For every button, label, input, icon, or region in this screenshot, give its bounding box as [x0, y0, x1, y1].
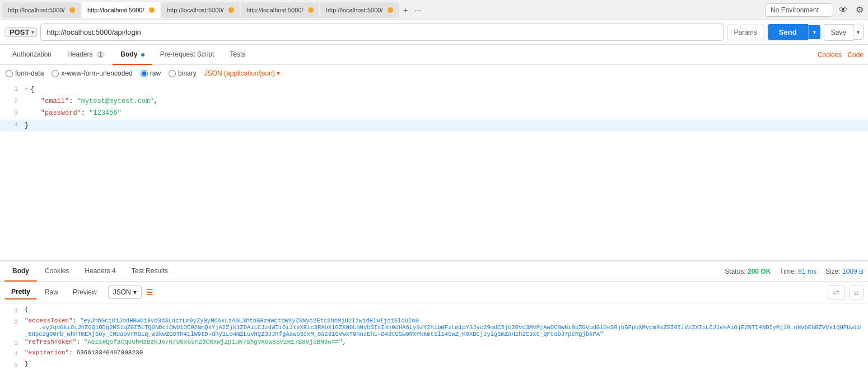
search-button[interactable]: ⌕: [849, 285, 864, 299]
resp-brace-open: {: [25, 306, 29, 313]
tab-label-4: http://localhost:5000/: [246, 7, 305, 13]
more-tabs-button[interactable]: ···: [411, 3, 424, 17]
resp-line-3: 3 "refreshToken": "AG1sRQofaCqoUhMzBzKJ6…: [0, 338, 868, 349]
code-line-3: 3 "password": "123456": [0, 107, 868, 119]
tab-dot-5: [388, 7, 393, 13]
resp-line-num-3: 3: [4, 339, 18, 349]
save-button[interactable]: Save: [824, 24, 853, 41]
tab-headers-label: Headers: [67, 50, 92, 58]
body-dot-indicator: [141, 53, 144, 57]
radio-urlencoded[interactable]: x-www-form-urlencoded: [52, 69, 132, 77]
save-dropdown-button[interactable]: ▾: [853, 25, 864, 40]
line-num-3: 3: [4, 108, 18, 118]
browser-tab-5[interactable]: http://localhost:5000/: [320, 2, 399, 18]
environment-select[interactable]: No Environment: [766, 3, 833, 17]
send-button[interactable]: Send: [768, 24, 808, 40]
resp-line-num-1: 1: [4, 306, 18, 316]
url-bar: POST ▾ Params Send ▾ Save ▾: [0, 20, 868, 45]
resp-line-num-5: 5: [4, 360, 18, 371]
params-button[interactable]: Params: [727, 25, 764, 40]
response-body: 1 { 2 "accessToken": "eyJhbGciOiJodHRwOi…: [0, 303, 868, 373]
browser-tab-2[interactable]: http://localhost:5000/: [82, 2, 160, 18]
radio-form-data-label: form-data: [15, 69, 44, 77]
browser-tab-1[interactable]: http://localhost:5000/: [2, 2, 81, 18]
refresh-token-value: "AG1sRQofaCqoUhMzBzKJ67R/U8x65rZdCRXWjZp…: [84, 339, 343, 345]
expiration-key: "expiration": [25, 349, 69, 356]
resp-tab-cookies-label: Cookies: [45, 267, 69, 275]
radio-form-data[interactable]: form-data: [6, 69, 44, 77]
line-num-4: 4: [4, 120, 18, 130]
tab-dot-2: [149, 7, 155, 13]
wrap-button[interactable]: ⇌: [828, 285, 844, 299]
cookies-link[interactable]: Cookies: [818, 51, 842, 59]
radio-binary-label: binary: [178, 69, 197, 77]
resp-tab-body[interactable]: Body: [4, 261, 37, 282]
email-value: "mytest@mytest.com": [77, 97, 154, 105]
json-type-arrow-icon: ▾: [277, 69, 280, 77]
request-right-actions: Cookies Code: [818, 51, 864, 59]
tab-authorization-label: Authorization: [12, 50, 52, 58]
url-input[interactable]: [40, 24, 723, 41]
view-tab-pretty[interactable]: Pretty: [4, 285, 37, 299]
resp-line-5: 5 }: [0, 360, 868, 371]
format-select-button[interactable]: JSON ▾: [108, 285, 142, 299]
eye-button[interactable]: 👁: [837, 4, 850, 16]
settings-button[interactable]: ⚙: [853, 3, 866, 16]
browser-tab-3[interactable]: http://localhost:5000/: [161, 2, 240, 18]
tab-headers[interactable]: Headers 1: [59, 45, 113, 65]
tab-body-label: Body: [120, 50, 137, 58]
password-value: "123456": [89, 109, 122, 117]
code-link[interactable]: Code: [847, 51, 864, 59]
email-key: "email": [41, 97, 69, 105]
radio-raw[interactable]: raw: [141, 69, 161, 77]
tab-authorization[interactable]: Authorization: [4, 45, 59, 65]
line-arrow-1[interactable]: ▾: [25, 85, 28, 95]
resp-tab-test-results[interactable]: Test Results: [124, 261, 176, 282]
view-tab-raw[interactable]: Raw: [38, 285, 65, 299]
resp-line-num-4: 4: [4, 349, 18, 359]
tab-prerequest[interactable]: Pre-request Script: [152, 45, 222, 65]
resp-expiration-line: "expiration": 636613340497808230: [25, 349, 143, 356]
resp-line-num-2: 2: [4, 317, 18, 327]
resp-brace-close: }: [25, 360, 29, 367]
tab-dot-3: [228, 7, 234, 13]
browser-tab-4[interactable]: http://localhost:5000/: [241, 2, 319, 18]
resp-access-token-line: "accessToken": "eyJhbGciOiJodHRwOi8vd3d3…: [25, 317, 864, 338]
add-tab-button[interactable]: +: [400, 3, 411, 17]
line-content-1: {: [30, 85, 864, 95]
radio-raw-label: raw: [150, 69, 161, 77]
json-type-button[interactable]: JSON (application/json) ▾: [204, 69, 280, 77]
code-editor[interactable]: 1 ▾ { 2 "email": "mytest@mytest.com", 3 …: [0, 82, 868, 261]
tab-body[interactable]: Body: [113, 45, 152, 65]
radio-binary-input[interactable]: [169, 70, 176, 77]
tab-label-5: http://localhost:5000/: [326, 7, 384, 13]
time-label: Time: 81 ms: [780, 268, 816, 275]
resp-tab-headers[interactable]: Headers 4: [77, 261, 123, 282]
tab-tests[interactable]: Tests: [222, 45, 253, 65]
request-tabs: Authorization Headers 1 Body Pre-request…: [0, 45, 868, 65]
send-dropdown-button[interactable]: ▾: [808, 25, 820, 39]
tab-dot-1: [69, 7, 75, 13]
send-button-group: Send ▾: [768, 24, 820, 40]
code-line-4: 4 }: [0, 120, 868, 132]
view-tab-raw-label: Raw: [45, 288, 58, 296]
line-num-1: 1: [4, 85, 18, 95]
method-wrapper[interactable]: POST ▾: [4, 27, 37, 37]
radio-binary[interactable]: binary: [169, 69, 197, 77]
view-tab-preview[interactable]: Preview: [66, 285, 104, 299]
radio-raw-input[interactable]: [141, 70, 148, 77]
tab-label-3: http://localhost:5000/: [167, 7, 225, 13]
expiration-value: 636613340497808230: [76, 349, 143, 356]
save-button-group: Save ▾: [824, 24, 864, 41]
password-key: "password": [41, 109, 81, 117]
radio-form-data-input[interactable]: [6, 70, 13, 77]
line-content-3: "password": "123456": [25, 108, 864, 119]
line-content-4: }: [25, 120, 864, 131]
tab-tests-label: Tests: [230, 50, 245, 58]
view-tabs: Pretty Raw Preview JSON ▾ ☰ ⇌ ⌕: [0, 282, 868, 303]
resp-tab-cookies[interactable]: Cookies: [37, 261, 77, 282]
environment-bar: No Environment 👁 ⚙: [766, 3, 866, 17]
filter-icon[interactable]: ☰: [143, 285, 157, 299]
response-header: Body Cookies Headers 4 Test Results Stat…: [0, 261, 868, 282]
radio-urlencoded-input[interactable]: [52, 70, 59, 77]
